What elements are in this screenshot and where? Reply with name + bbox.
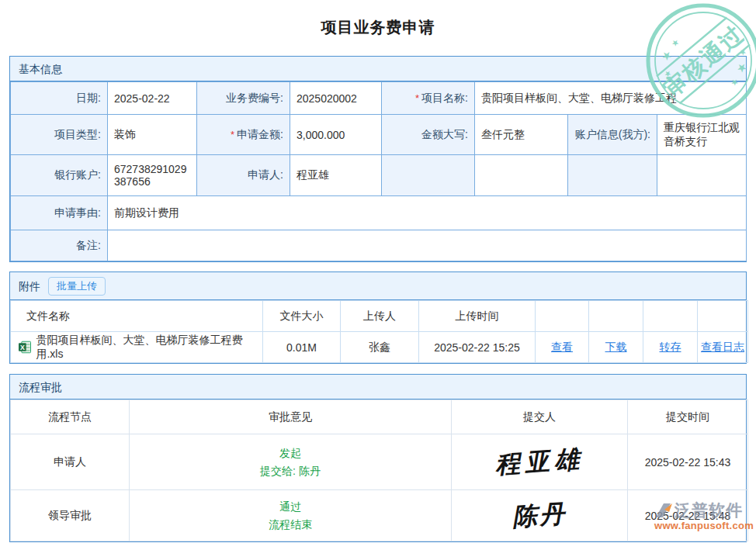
page-title: 项目业务费申请 [0,17,756,38]
col-submit-time: 提交时间 [628,400,748,434]
required-mark: * [415,92,419,104]
col-action [643,301,698,332]
action-cell: 下载 [589,332,643,363]
excel-file-icon: X [19,341,31,354]
signature-cell: 程亚雄 [452,434,628,490]
file-upload-time: 2025-02-22 15:25 [419,332,536,363]
date-label: 日期: [11,82,108,115]
file-name-cell: X 贵阳项目样板间、大堂、电梯厅装修工程费用.xls [11,332,263,363]
col-action [589,301,643,332]
empty-label-cell [568,155,657,196]
view-link[interactable]: 查看 [551,341,573,353]
flow-node: 申请人 [11,434,130,490]
col-file-size: 文件大小 [263,301,341,332]
action-cell: 查看日志 [698,332,748,363]
col-opinion: 审批意见 [130,400,452,434]
table-row: 银行账户: 672738291029387656 申请人: 程亚雄 [11,155,747,196]
file-uploader: 张鑫 [341,332,419,363]
amount-words-label: 金额大写: [382,115,475,155]
col-flow-node: 流程节点 [11,400,130,434]
table-row: 备注: [11,230,747,261]
fee-no-label: 业务费编号: [197,82,290,115]
project-name-value: 贵阳项目样板间、大堂、电梯厅装修工程 [475,82,747,115]
approval-header: 流程审批 [10,375,746,399]
approval-title: 流程审批 [19,375,62,399]
reason-label: 申请事由: [11,196,108,230]
transfer-link[interactable]: 转存 [660,341,681,353]
attachments-header-row: 文件名称 文件大小 上传人 上传时间 [11,301,748,332]
approval-row: 申请人 发起 提交给: 陈丹 程亚雄 2025-02-22 15:43 [11,434,748,490]
attachments-section: 附件 批量上传 文件名称 文件大小 上传人 上传时间 [9,272,747,364]
amount-words-value: 叁仟元整 [475,115,568,155]
opinion-detail: 提交给: 陈丹 [139,462,442,480]
attachments-table: 文件名称 文件大小 上传人 上传时间 X [10,300,748,363]
opinion-detail: 流程结束 [139,516,442,534]
approval-row: 领导审批 通过 流程结束 陈丹 2025-02-22 15:48 [11,490,748,541]
date-value: 2025-02-22 [108,82,197,115]
signature: 程亚雄 [494,442,585,482]
submit-time: 2025-02-22 15:48 [628,490,748,541]
basic-info-table: 日期: 2025-02-22 业务费编号: 2025020002 *项目名称: … [10,81,747,261]
flow-node: 领导审批 [11,490,130,541]
opinion-action[interactable]: 通过 [139,498,442,516]
basic-info-title: 基本信息 [19,57,62,81]
approval-table: 流程节点 审批意见 提交人 提交时间 申请人 发起 提交给: 陈丹 程亚雄 20… [10,399,748,541]
svg-text:X: X [20,344,25,351]
remark-label: 备注: [11,230,108,261]
submit-time: 2025-02-22 15:43 [628,434,748,490]
account-info-label: 账户信息(我方): [568,115,657,155]
col-upload-time: 上传时间 [419,301,536,332]
basic-info-section: 基本信息 日期: 2025-02-22 业务费编号: 2025020002 *项… [9,56,747,262]
batch-upload-button[interactable]: 批量上传 [48,277,106,296]
opinion-cell: 通过 流程结束 [130,490,452,541]
amount-value: 3,000.000 [290,115,382,155]
empty-value-cell [657,155,747,196]
project-type-label: 项目类型: [11,115,108,155]
signature-cell: 陈丹 [452,490,628,541]
download-link[interactable]: 下载 [605,341,627,353]
bank-account-label: 银行账户: [11,155,108,196]
attachments-header: 附件 批量上传 [10,272,746,300]
col-submitter: 提交人 [452,400,628,434]
stamp-star: ★ [669,36,681,49]
project-type-value: 装饰 [108,115,197,155]
approval-section: 流程审批 流程节点 审批意见 提交人 提交时间 申请人 发起 提交给: 陈丹 程… [9,374,747,542]
col-uploader: 上传人 [341,301,419,332]
action-cell: 转存 [643,332,698,363]
opinion-cell: 发起 提交给: 陈丹 [130,434,452,490]
remark-value [108,230,747,261]
attachment-row: X 贵阳项目样板间、大堂、电梯厅装修工程费用.xls 0.01M 张鑫 2025… [11,332,748,363]
reason-value: 前期设计费用 [108,196,747,230]
opinion-action[interactable]: 发起 [139,444,442,462]
signature: 陈丹 [512,496,568,534]
empty-value-cell [475,155,568,196]
table-row: 日期: 2025-02-22 业务费编号: 2025020002 *项目名称: … [11,82,747,115]
approval-header-row: 流程节点 审批意见 提交人 提交时间 [11,400,748,434]
amount-label: *申请金额: [197,115,290,155]
project-name-label: *项目名称: [382,82,475,115]
file-name[interactable]: 贵阳项目样板间、大堂、电梯厅装修工程费用.xls [36,334,262,361]
empty-label-cell [382,155,475,196]
file-size: 0.01M [263,332,341,363]
attachments-title: 附件 [19,274,40,299]
col-action [536,301,589,332]
applicant-value: 程亚雄 [290,155,382,196]
bank-account-value: 672738291029387656 [108,155,197,196]
applicant-label: 申请人: [197,155,290,196]
account-info-value: 重庆银行江北观音桥支行 [657,115,747,155]
view-log-link[interactable]: 查看日志 [701,341,744,353]
required-mark: * [231,129,234,140]
table-row: 申请事由: 前期设计费用 [11,196,747,230]
action-cell: 查看 [536,332,589,363]
table-row: 项目类型: 装饰 *申请金额: 3,000.000 金额大写: 叁仟元整 账户信… [11,115,747,155]
fee-no-value: 2025020002 [290,82,382,115]
col-file-name: 文件名称 [11,301,263,332]
col-action [698,301,748,332]
basic-info-header: 基本信息 [10,57,746,81]
